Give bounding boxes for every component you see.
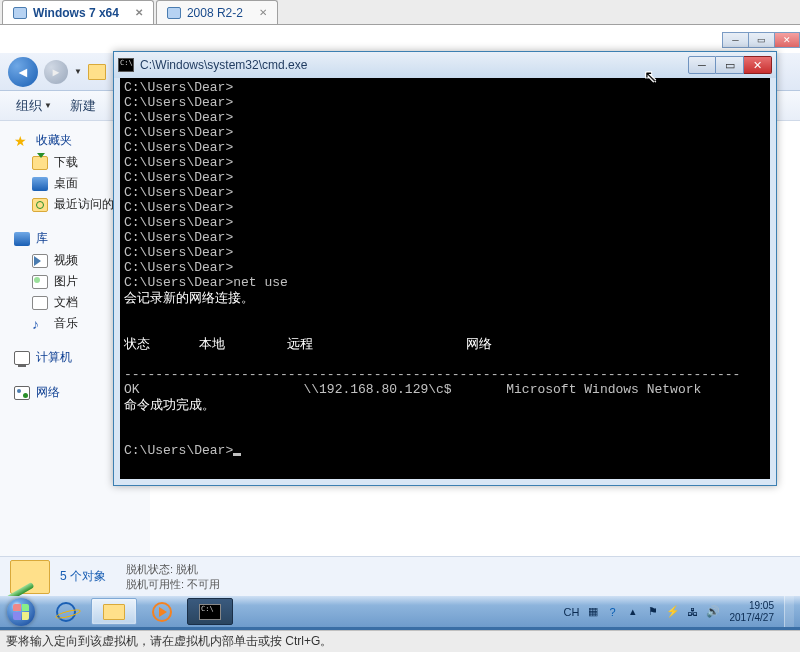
taskbar-wmp[interactable] [139,598,185,625]
close-icon[interactable]: ✕ [259,7,267,18]
cmd-icon [118,58,134,72]
maximize-button[interactable]: ▭ [748,32,774,48]
cmd-icon [199,604,221,620]
vm-tab-2008r2[interactable]: 2008 R2-2 ✕ [156,0,278,24]
vm-tab-win7[interactable]: Windows 7 x64 ✕ [2,0,154,24]
desktop-icon [32,177,48,191]
download-icon [32,156,48,170]
media-player-icon [152,602,172,622]
vm-icon [167,7,181,19]
toolbar-label: 组织 [16,97,42,115]
minimize-button[interactable]: ─ [688,56,716,74]
chevron-up-icon[interactable]: ▴ [626,605,640,619]
library-icon [14,232,30,246]
folder-large-icon [10,560,50,594]
tray-date: 2017/4/27 [730,612,775,624]
windows-logo-icon [7,598,35,626]
guest-desktop: ─ ▭ ✕ ◄ ► ▼ 组织 ▼ 新建 ★ 收藏夹 下载 [0,25,800,627]
ie-icon [56,602,76,622]
cmd-title-text: C:\Windows\system32\cmd.exe [140,58,688,72]
sidebar-head-label: 收藏夹 [36,132,72,149]
sidebar-item-label: 最近访问的 [54,196,114,213]
taskbar: CH ▦ ? ▴ ⚑ ⚡ 🖧 🔊 19:05 2017/4/27 [0,596,800,627]
explorer-status-bar: 5 个对象 脱机状态: 脱机 脱机可用性: 不可用 [0,556,800,596]
sidebar-item-label: 图片 [54,273,78,290]
sidebar-item-label: 音乐 [54,315,78,332]
computer-icon [14,351,30,365]
volume-icon[interactable]: 🔊 [706,605,720,619]
network-icon [14,386,30,400]
vm-icon [13,7,27,19]
tray-time: 19:05 [730,600,775,612]
sidebar-head-label: 计算机 [36,349,72,366]
cmd-window: C:\Windows\system32\cmd.exe ─ ▭ ✕ C:\Use… [113,51,777,486]
ime-pad-icon[interactable]: ▦ [586,605,600,619]
sidebar-head-label: 网络 [36,384,60,401]
vm-hint-bar: 要将输入定向到该虚拟机，请在虚拟机内部单击或按 Ctrl+G。 [0,630,800,652]
sidebar-head-label: 库 [36,230,48,247]
close-button[interactable]: ✕ [774,32,800,48]
status-avail-value: 不可用 [187,578,220,590]
help-icon[interactable]: ? [606,605,620,619]
sidebar-item-label: 下载 [54,154,78,171]
sidebar-item-label: 桌面 [54,175,78,192]
folder-icon [88,64,106,80]
vm-hint-text: 要将输入定向到该虚拟机，请在虚拟机内部单击或按 Ctrl+G。 [6,633,332,650]
picture-icon [32,275,48,289]
tray-clock[interactable]: 19:05 2017/4/27 [726,600,779,624]
video-icon [32,254,48,268]
chevron-down-icon: ▼ [44,101,52,110]
music-icon: ♪ [32,317,48,331]
minimize-button[interactable]: ─ [722,32,748,48]
toolbar-organize[interactable]: 组织 ▼ [10,95,58,117]
power-icon[interactable]: ⚡ [666,605,680,619]
star-icon: ★ [14,134,30,148]
explorer-window-controls: ─ ▭ ✕ [722,32,800,48]
folder-icon [103,604,125,620]
cmd-titlebar[interactable]: C:\Windows\system32\cmd.exe ─ ▭ ✕ [114,52,776,78]
show-desktop-button[interactable] [784,596,794,627]
status-offline-label: 脱机状态: [126,563,173,575]
sidebar-item-label: 文档 [54,294,78,311]
sidebar-item-label: 视频 [54,252,78,269]
nav-back-button[interactable]: ◄ [8,57,38,87]
toolbar-label: 新建 [70,97,96,115]
vm-tab-label: 2008 R2-2 [187,6,243,20]
taskbar-cmd[interactable] [187,598,233,625]
close-icon[interactable]: ✕ [135,7,143,18]
vm-tab-label: Windows 7 x64 [33,6,119,20]
toolbar-new[interactable]: 新建 [64,95,102,117]
status-count: 5 个对象 [60,569,106,584]
chevron-down-icon[interactable]: ▼ [74,67,82,76]
network-tray-icon[interactable]: 🖧 [686,605,700,619]
document-icon [32,296,48,310]
taskbar-explorer[interactable] [91,598,137,625]
cmd-terminal[interactable]: C:\Users\Dear> C:\Users\Dear> C:\Users\D… [120,78,770,479]
status-offline-value: 脱机 [176,563,198,575]
system-tray: CH ▦ ? ▴ ⚑ ⚡ 🖧 🔊 19:05 2017/4/27 [564,596,800,627]
recent-icon [32,198,48,212]
taskbar-ie[interactable] [43,598,89,625]
status-avail-label: 脱机可用性: [126,578,184,590]
action-center-icon[interactable]: ⚑ [646,605,660,619]
maximize-button[interactable]: ▭ [716,56,744,74]
tray-ime[interactable]: CH [564,606,580,618]
vm-tab-strip: Windows 7 x64 ✕ 2008 R2-2 ✕ [0,0,800,25]
nav-forward-button[interactable]: ► [44,60,68,84]
start-button[interactable] [0,596,42,627]
close-button[interactable]: ✕ [744,56,772,74]
